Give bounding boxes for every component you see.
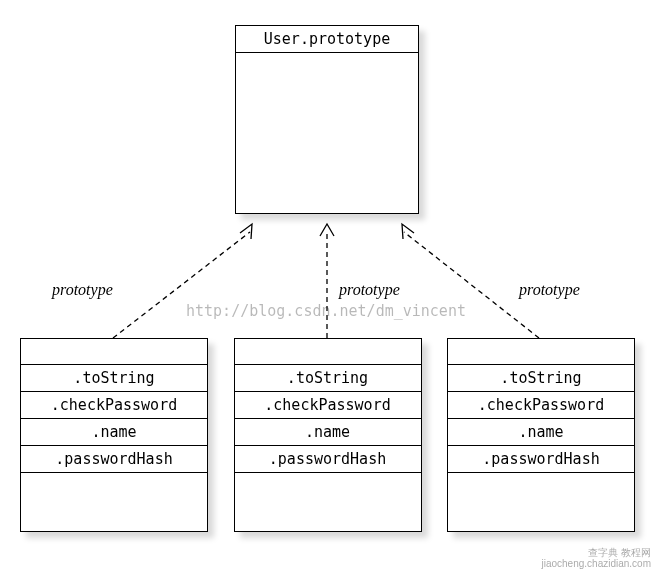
object-1-member-checkpassword: .checkPassword [21, 392, 207, 419]
object-1-member-tostring: .toString [21, 365, 207, 392]
object-box-3: .toString .checkPassword .name .password… [447, 338, 635, 532]
object-1-member-name: .name [21, 419, 207, 446]
object-box-2: .toString .checkPassword .name .password… [234, 338, 422, 532]
object-3-footer-blank [448, 473, 634, 531]
prototype-label-3: prototype [519, 281, 580, 299]
object-1-footer-blank [21, 473, 207, 531]
user-prototype-box: User.prototype [235, 25, 419, 214]
user-prototype-title: User.prototype [236, 26, 418, 53]
object-2-member-tostring: .toString [235, 365, 421, 392]
object-3-member-name: .name [448, 419, 634, 446]
object-3-header-blank [448, 339, 634, 365]
object-1-header-blank [21, 339, 207, 365]
bottom-watermark-line1: 查字典 教程网 [541, 547, 651, 558]
object-2-member-name: .name [235, 419, 421, 446]
watermark-text: http://blog.csdn.net/dm_vincent [186, 302, 466, 320]
object-2-header-blank [235, 339, 421, 365]
bottom-watermark: 查字典 教程网 jiaocheng.chazidian.com [541, 547, 651, 569]
object-3-member-tostring: .toString [448, 365, 634, 392]
prototype-label-2: prototype [339, 281, 400, 299]
arrow-2 [320, 224, 334, 338]
object-1-member-passwordhash: .passwordHash [21, 446, 207, 473]
objects-row: .toString .checkPassword .name .password… [20, 338, 635, 532]
arrow-1 [113, 224, 252, 338]
object-box-1: .toString .checkPassword .name .password… [20, 338, 208, 532]
object-3-member-checkpassword: .checkPassword [448, 392, 634, 419]
prototype-label-1: prototype [52, 281, 113, 299]
svg-line-0 [113, 232, 250, 338]
object-2-member-passwordhash: .passwordHash [235, 446, 421, 473]
object-3-member-passwordhash: .passwordHash [448, 446, 634, 473]
object-2-footer-blank [235, 473, 421, 531]
user-prototype-empty-area [236, 53, 418, 213]
bottom-watermark-line2: jiaocheng.chazidian.com [541, 558, 651, 569]
object-2-member-checkpassword: .checkPassword [235, 392, 421, 419]
